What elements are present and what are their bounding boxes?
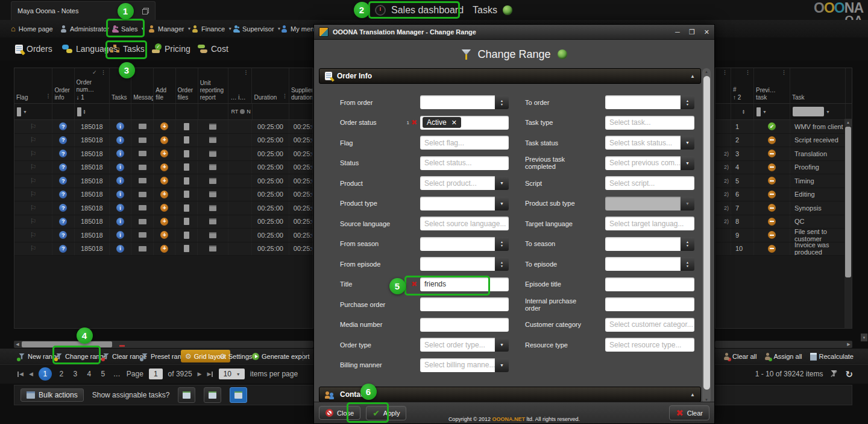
message-icon[interactable] xyxy=(139,124,146,129)
table-row[interactable]: 1✔WMV from client xyxy=(715,120,852,134)
number-input[interactable] xyxy=(605,237,681,251)
order-files-icon[interactable] xyxy=(184,191,189,198)
spinner-buttons[interactable]: ▲▼ xyxy=(681,257,694,271)
table-row[interactable]: 10Invoice was produced xyxy=(715,242,852,256)
spinner-buttons[interactable]: ▲▼ xyxy=(495,257,509,271)
view-toggle-full-button[interactable] xyxy=(230,387,247,403)
nav-item-languages[interactable]: Languages xyxy=(62,37,118,60)
add-file-icon[interactable]: + xyxy=(160,150,168,157)
add-file-icon[interactable]: + xyxy=(160,231,168,239)
order-files-icon[interactable] xyxy=(184,163,189,171)
chevron-down-icon[interactable]: ▼ xyxy=(495,338,509,352)
text-input[interactable]: friends xyxy=(420,277,509,291)
nav-item-pricing[interactable]: Pricing xyxy=(152,37,190,60)
filter-handle[interactable] xyxy=(17,107,21,116)
text-input[interactable]: Select resource type... xyxy=(605,338,694,352)
table-row[interactable]: 2)5Timing xyxy=(715,174,852,188)
column-header--i-[interactable]: … i…⋮ xyxy=(228,68,252,103)
clear-filter-icon[interactable] xyxy=(830,370,838,378)
first-page-button[interactable]: ◀ xyxy=(17,371,24,377)
table-row[interactable]: 2)4Proofing xyxy=(715,161,852,175)
order-info-icon[interactable]: ? xyxy=(59,122,67,130)
last-page-button[interactable]: ▶ xyxy=(207,371,214,377)
refresh-icon[interactable]: ↻ xyxy=(845,370,853,379)
remove-tag-icon[interactable]: ✕ xyxy=(451,119,457,127)
order-files-icon[interactable] xyxy=(184,245,189,252)
add-file-icon[interactable]: + xyxy=(160,245,168,253)
column-menu-icon[interactable]: ⋮ xyxy=(282,93,288,100)
add-file-icon[interactable]: + xyxy=(160,204,168,212)
nav-item-administrator[interactable]: Administrator▼ xyxy=(60,20,116,37)
number-input[interactable] xyxy=(420,95,495,109)
unit-report-icon[interactable] xyxy=(209,137,216,143)
message-icon[interactable] xyxy=(139,232,146,238)
unit-report-icon[interactable] xyxy=(209,218,216,224)
nav-item-supervisor[interactable]: Supervisor▼ xyxy=(233,20,281,37)
column-menu-icon[interactable]: ⋮ xyxy=(781,69,788,76)
filter-cell[interactable]: ▲▼ xyxy=(75,104,110,119)
order-info-icon[interactable]: ? xyxy=(59,204,67,212)
unit-report-icon[interactable] xyxy=(209,232,216,238)
toggle-icon[interactable] xyxy=(240,109,245,114)
table-row[interactable]: 2)8QC xyxy=(715,215,852,229)
chevron-down-icon[interactable]: ▼ xyxy=(495,358,509,372)
clear-field-icon[interactable]: ✖ xyxy=(411,280,417,288)
filter-cell[interactable]: ▲▼ xyxy=(731,104,754,119)
clear-range-button[interactable]: Clear range xyxy=(102,349,146,364)
scroll-thumb[interactable] xyxy=(22,341,112,347)
close-window-button[interactable]: ✕ xyxy=(704,28,709,36)
tasks-info-icon[interactable]: i xyxy=(116,150,124,157)
table-row[interactable]: ⚐?185018i+00:25:0000:25:00 xyxy=(14,215,313,229)
filter-handle[interactable] xyxy=(756,107,761,116)
clear-all-button[interactable]: Clear all xyxy=(723,353,756,360)
assign-all-button[interactable]: Assign all xyxy=(764,353,802,360)
unit-report-icon[interactable] xyxy=(209,151,216,157)
unit-report-icon[interactable] xyxy=(209,164,216,170)
number-input[interactable] xyxy=(420,257,495,271)
chevron-down-icon[interactable]: ▼ xyxy=(495,197,509,210)
recalculate-button[interactable]: Recalculate xyxy=(810,353,854,361)
message-icon[interactable] xyxy=(139,165,146,170)
unit-report-icon[interactable] xyxy=(209,205,216,211)
text-input[interactable]: Select source language... xyxy=(420,217,509,230)
text-input[interactable] xyxy=(605,277,694,291)
column-header-order-files[interactable]: Order files xyxy=(176,68,198,103)
unit-report-icon[interactable] xyxy=(209,124,216,130)
view-toggle-compact-button[interactable] xyxy=(204,387,221,403)
column-header-number[interactable]: ⋮#↑ 2 xyxy=(731,68,754,103)
message-icon[interactable] xyxy=(139,219,146,224)
text-input[interactable]: Select target languag... xyxy=(605,217,694,230)
order-files-icon[interactable] xyxy=(184,177,189,185)
column-header-flag[interactable]: Flag⋮ xyxy=(14,68,52,103)
items-per-page-select[interactable]: 10 ▼ xyxy=(219,369,244,379)
table-row[interactable]: ⚐?185018i+00:25:0000:25:00 xyxy=(14,147,313,161)
unit-report-icon[interactable] xyxy=(209,178,216,184)
tasks-info-icon[interactable]: i xyxy=(116,163,124,171)
order-files-icon[interactable] xyxy=(184,150,189,157)
message-icon[interactable] xyxy=(139,246,146,252)
column-menu-icon[interactable]: ⋮ xyxy=(243,69,250,76)
previous-page-button[interactable]: ◀ xyxy=(29,371,33,377)
column-header-add-file[interactable]: Add file xyxy=(154,68,175,103)
filter-cell[interactable]: ▼ xyxy=(790,104,846,119)
select-input[interactable]: Select billing manne... xyxy=(420,358,495,372)
view-toggle-person-button[interactable] xyxy=(178,387,195,403)
order-info-icon[interactable]: ? xyxy=(59,191,67,198)
column-header-previous-task[interactable]: ⋮Previ…task xyxy=(754,68,790,103)
add-file-icon[interactable]: + xyxy=(160,191,168,198)
table-row[interactable]: 9File sent to customer xyxy=(715,229,852,242)
column-menu-icon[interactable]: ⋮ xyxy=(745,69,752,76)
tasks-info-icon[interactable]: i xyxy=(116,245,124,253)
table-row[interactable]: ⚐?185018i+00:25:0000:25:00 xyxy=(14,134,313,148)
scroll-thumb[interactable] xyxy=(703,76,710,390)
maximize-button[interactable]: ❒ xyxy=(689,28,695,36)
tasks-info-icon[interactable]: i xyxy=(116,177,124,185)
message-icon[interactable] xyxy=(139,138,146,143)
selected-tag[interactable]: Active✕ xyxy=(423,117,461,128)
select-input[interactable]: Select order type... xyxy=(420,338,495,352)
spinner-buttons[interactable]: ▲▼ xyxy=(681,95,694,109)
select-input[interactable] xyxy=(420,197,495,210)
change-range-button[interactable]: Change range xyxy=(55,349,107,364)
text-input[interactable]: Select flag... xyxy=(420,136,509,150)
sort-menu-icons[interactable]: ✓ ⋮ xyxy=(92,69,107,76)
